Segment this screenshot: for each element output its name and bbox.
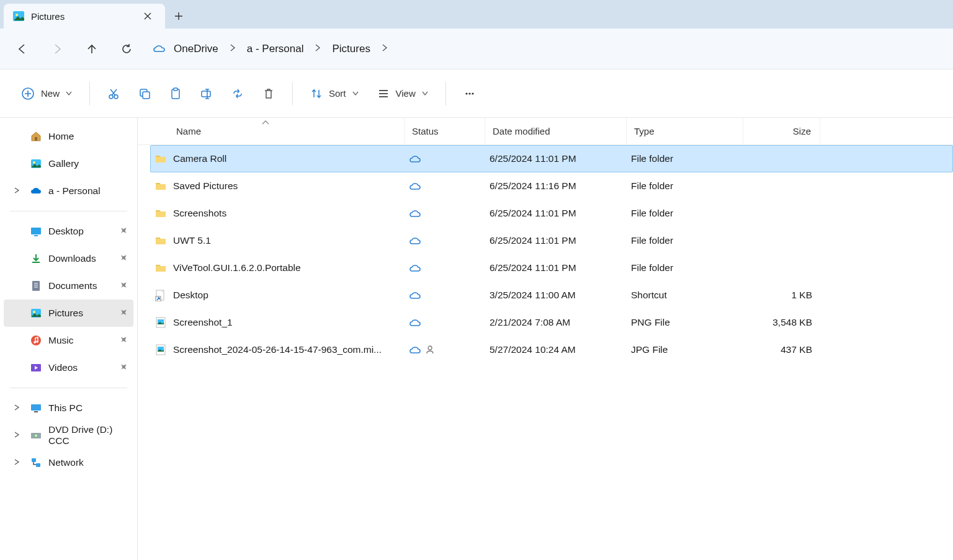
- view-button[interactable]: View: [370, 80, 436, 107]
- folder-icon: [154, 153, 167, 165]
- more-button[interactable]: [456, 80, 483, 107]
- chevron-right-icon[interactable]: [11, 430, 22, 441]
- chevron-right-icon[interactable]: [226, 40, 239, 58]
- image-icon: [154, 316, 167, 329]
- sidebar-item-a-personal[interactable]: a - Personal: [4, 177, 133, 205]
- chevron-right-icon[interactable]: [311, 40, 324, 58]
- file-row[interactable]: UWT 5.16/25/2024 11:01 PMFile folder: [150, 227, 953, 254]
- file-date: 5/27/2024 10:24 AM: [486, 344, 627, 355]
- sidebar-label: Music: [48, 335, 73, 346]
- copy-button[interactable]: [131, 80, 158, 107]
- chevron-down-icon: [66, 91, 72, 96]
- file-date: 6/25/2024 11:01 PM: [486, 262, 627, 273]
- forward-button[interactable]: [41, 35, 73, 63]
- file-name: Screenshot_1: [173, 317, 233, 328]
- breadcrumb[interactable]: OneDrive a - Personal Pictures: [145, 35, 947, 63]
- file-name: Camera Roll: [173, 153, 226, 164]
- breadcrumb-personal[interactable]: a - Personal: [241, 40, 310, 58]
- new-tab-button[interactable]: [165, 4, 192, 29]
- column-status[interactable]: Status: [405, 118, 485, 144]
- shortcut-icon: [154, 289, 167, 301]
- separator: [292, 82, 293, 105]
- sidebar-item-dvd-drive-d-ccc[interactable]: DVD Drive (D:) CCC: [4, 422, 133, 449]
- new-button[interactable]: New: [14, 80, 79, 107]
- share-button[interactable]: [224, 80, 251, 107]
- chevron-right-icon[interactable]: [378, 40, 391, 58]
- svg-rect-30: [36, 463, 40, 467]
- sidebar-label: a - Personal: [48, 185, 101, 197]
- sidebar-label: Videos: [48, 362, 78, 373]
- tab-title: Pictures: [31, 11, 133, 22]
- delete-button[interactable]: [255, 80, 282, 107]
- chevron-right-icon[interactable]: [11, 457, 22, 468]
- column-headers: Name Status Date modified Type Size: [138, 118, 953, 145]
- up-button[interactable]: [76, 35, 108, 63]
- column-type[interactable]: Type: [627, 118, 743, 144]
- sidebar-item-videos[interactable]: Videos: [4, 354, 133, 381]
- sidebar-item-pictures[interactable]: Pictures: [4, 300, 133, 327]
- sidebar-item-music[interactable]: Music: [4, 327, 133, 354]
- folder-icon: [154, 207, 167, 220]
- file-row[interactable]: Screenshots6/25/2024 11:01 PMFile folder: [150, 200, 953, 227]
- sidebar-item-desktop[interactable]: Desktop: [4, 218, 133, 245]
- file-row[interactable]: Desktop3/25/2024 11:00 AMShortcut1 KB: [150, 282, 953, 309]
- cut-button[interactable]: [100, 80, 127, 107]
- sidebar-item-gallery[interactable]: Gallery: [4, 150, 133, 177]
- file-type: PNG File: [627, 317, 744, 328]
- file-name: Screenshots: [173, 208, 226, 219]
- svg-point-15: [33, 161, 35, 164]
- svg-point-22: [34, 341, 36, 344]
- file-row[interactable]: Camera Roll6/25/2024 11:01 PMFile folder: [150, 145, 953, 172]
- folder-icon: [154, 180, 167, 192]
- close-tab-button[interactable]: [139, 7, 156, 25]
- paste-button[interactable]: [162, 80, 189, 107]
- pin-icon: [116, 252, 130, 266]
- pictures-icon: [12, 10, 25, 22]
- address-bar: OneDrive a - Personal Pictures: [0, 29, 953, 69]
- separator: [89, 82, 90, 105]
- sidebar-item-home[interactable]: Home: [4, 123, 133, 150]
- file-status: [405, 208, 486, 218]
- file-date: 6/25/2024 11:01 PM: [486, 153, 627, 164]
- svg-point-23: [36, 340, 38, 343]
- svg-rect-9: [202, 91, 210, 97]
- svg-point-11: [468, 92, 470, 94]
- file-size: 1 KB: [744, 290, 821, 301]
- sidebar-item-documents[interactable]: Documents: [4, 272, 133, 300]
- music-icon: [30, 334, 42, 347]
- breadcrumb-pictures[interactable]: Pictures: [326, 40, 376, 58]
- back-button[interactable]: [6, 35, 38, 63]
- file-type: File folder: [627, 235, 744, 246]
- file-status: [405, 290, 486, 300]
- svg-point-37: [428, 346, 432, 350]
- onedrive-icon: [153, 42, 166, 56]
- sidebar-item-this-pc[interactable]: This PC: [4, 394, 133, 422]
- file-date: 3/25/2024 11:00 AM: [486, 290, 627, 301]
- file-row[interactable]: ViVeTool.GUI.1.6.2.0.Portable6/25/2024 1…: [150, 254, 953, 282]
- file-date: 6/25/2024 11:01 PM: [486, 208, 627, 219]
- folder-icon: [154, 234, 167, 247]
- file-date: 6/25/2024 11:01 PM: [486, 235, 627, 246]
- column-date[interactable]: Date modified: [485, 118, 627, 144]
- desktop-icon: [30, 225, 42, 238]
- sidebar-item-network[interactable]: Network: [4, 449, 133, 476]
- sidebar-item-downloads[interactable]: Downloads: [4, 245, 133, 272]
- sort-button[interactable]: Sort: [303, 80, 366, 107]
- chevron-right-icon[interactable]: [11, 185, 22, 197]
- svg-rect-26: [34, 411, 38, 412]
- chevron-right-icon[interactable]: [11, 402, 22, 414]
- file-row[interactable]: Screenshot_2024-05-26-14-15-47-963_com.m…: [150, 336, 953, 363]
- column-name[interactable]: Name: [150, 118, 405, 144]
- rename-button[interactable]: [193, 80, 220, 107]
- tab-pictures[interactable]: Pictures: [4, 4, 165, 29]
- home-icon: [30, 130, 42, 143]
- breadcrumb-onedrive[interactable]: OneDrive: [168, 40, 225, 58]
- file-size: 437 KB: [744, 344, 821, 355]
- separator: [445, 82, 446, 105]
- file-row[interactable]: Saved Pictures6/25/2024 11:16 PMFile fol…: [150, 172, 953, 200]
- videos-icon: [30, 362, 42, 374]
- pin-icon: [116, 361, 130, 375]
- file-row[interactable]: Screenshot_12/21/2024 7:08 AMPNG File3,5…: [150, 309, 953, 336]
- column-size[interactable]: Size: [743, 118, 820, 144]
- refresh-button[interactable]: [110, 35, 143, 63]
